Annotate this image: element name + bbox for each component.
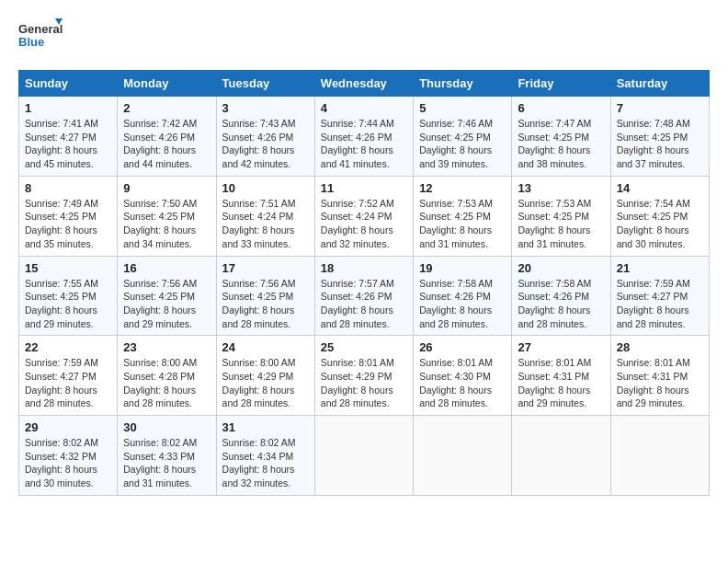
weekday-header-thursday: Thursday [414, 71, 512, 97]
day-info: Sunrise: 7:42 AMSunset: 4:26 PMDaylight:… [123, 117, 210, 171]
day-info: Sunrise: 8:02 AMSunset: 4:33 PMDaylight:… [123, 436, 210, 490]
calendar-week-4: 22 Sunrise: 7:59 AMSunset: 4:27 PMDaylig… [19, 336, 710, 416]
calendar-week-2: 8 Sunrise: 7:49 AMSunset: 4:25 PMDayligh… [19, 176, 710, 256]
calendar-cell: 3 Sunrise: 7:43 AMSunset: 4:26 PMDayligh… [216, 97, 314, 177]
day-info: Sunrise: 8:00 AMSunset: 4:29 PMDaylight:… [222, 356, 309, 410]
day-info: Sunrise: 8:01 AMSunset: 4:30 PMDaylight:… [419, 356, 506, 410]
day-number: 21 [617, 261, 703, 275]
calendar-cell: 11 Sunrise: 7:52 AMSunset: 4:24 PMDaylig… [314, 176, 413, 256]
day-number: 16 [123, 261, 210, 275]
day-info: Sunrise: 7:44 AMSunset: 4:26 PMDaylight:… [321, 117, 407, 171]
day-info: Sunrise: 7:43 AMSunset: 4:26 PMDaylight:… [222, 117, 309, 171]
day-number: 5 [419, 101, 506, 115]
calendar-cell: 14 Sunrise: 7:54 AMSunset: 4:25 PMDaylig… [610, 176, 709, 256]
calendar-cell [512, 416, 610, 496]
calendar-header: SundayMondayTuesdayWednesdayThursdayFrid… [19, 71, 710, 97]
day-number: 10 [222, 181, 309, 195]
weekday-header-friday: Friday [512, 71, 610, 97]
svg-text:General: General [18, 22, 63, 36]
day-number: 24 [222, 340, 309, 354]
day-info: Sunrise: 7:50 AMSunset: 4:25 PMDaylight:… [123, 197, 210, 251]
day-number: 19 [419, 261, 506, 275]
day-info: Sunrise: 7:48 AMSunset: 4:25 PMDaylight:… [617, 117, 703, 171]
calendar-cell: 7 Sunrise: 7:48 AMSunset: 4:25 PMDayligh… [610, 97, 709, 177]
day-info: Sunrise: 7:49 AMSunset: 4:25 PMDaylight:… [25, 197, 111, 251]
day-info: Sunrise: 7:47 AMSunset: 4:25 PMDaylight:… [518, 117, 604, 171]
day-info: Sunrise: 7:57 AMSunset: 4:26 PMDaylight:… [321, 277, 407, 331]
calendar-cell: 25 Sunrise: 8:01 AMSunset: 4:29 PMDaylig… [314, 336, 413, 416]
calendar-cell: 8 Sunrise: 7:49 AMSunset: 4:25 PMDayligh… [19, 176, 118, 256]
day-number: 30 [123, 420, 210, 434]
calendar-week-5: 29 Sunrise: 8:02 AMSunset: 4:32 PMDaylig… [19, 416, 710, 496]
day-number: 1 [25, 101, 111, 115]
calendar-cell: 2 Sunrise: 7:42 AMSunset: 4:26 PMDayligh… [118, 97, 216, 177]
day-number: 7 [617, 101, 703, 115]
day-number: 4 [321, 101, 407, 115]
day-info: Sunrise: 7:59 AMSunset: 4:27 PMDaylight:… [25, 356, 111, 410]
day-info: Sunrise: 7:59 AMSunset: 4:27 PMDaylight:… [617, 277, 703, 331]
day-number: 2 [123, 101, 210, 115]
logo: General Blue [18, 18, 64, 55]
day-info: Sunrise: 7:55 AMSunset: 4:25 PMDaylight:… [25, 277, 111, 331]
weekday-header-sunday: Sunday [19, 71, 118, 97]
day-info: Sunrise: 7:41 AMSunset: 4:27 PMDaylight:… [25, 117, 111, 171]
day-info: Sunrise: 7:56 AMSunset: 4:25 PMDaylight:… [123, 277, 210, 331]
day-info: Sunrise: 8:01 AMSunset: 4:31 PMDaylight:… [617, 356, 703, 410]
calendar-cell [610, 416, 709, 496]
calendar-cell: 6 Sunrise: 7:47 AMSunset: 4:25 PMDayligh… [512, 97, 610, 177]
day-number: 29 [25, 420, 111, 434]
calendar-cell: 29 Sunrise: 8:02 AMSunset: 4:32 PMDaylig… [19, 416, 118, 496]
day-number: 14 [617, 181, 703, 195]
calendar-cell: 15 Sunrise: 7:55 AMSunset: 4:25 PMDaylig… [19, 256, 118, 336]
day-number: 9 [123, 181, 210, 195]
calendar-cell: 28 Sunrise: 8:01 AMSunset: 4:31 PMDaylig… [610, 336, 709, 416]
day-number: 8 [25, 181, 111, 195]
calendar-cell [414, 416, 512, 496]
page-header: General Blue [18, 18, 710, 55]
day-number: 12 [419, 181, 506, 195]
calendar-week-3: 15 Sunrise: 7:55 AMSunset: 4:25 PMDaylig… [19, 256, 710, 336]
day-info: Sunrise: 7:52 AMSunset: 4:24 PMDaylight:… [321, 197, 407, 251]
day-info: Sunrise: 7:58 AMSunset: 4:26 PMDaylight:… [419, 277, 506, 331]
calendar-cell: 13 Sunrise: 7:53 AMSunset: 4:25 PMDaylig… [512, 176, 610, 256]
day-info: Sunrise: 7:58 AMSunset: 4:26 PMDaylight:… [518, 277, 604, 331]
day-info: Sunrise: 8:00 AMSunset: 4:28 PMDaylight:… [123, 356, 210, 410]
calendar-cell: 23 Sunrise: 8:00 AMSunset: 4:28 PMDaylig… [118, 336, 216, 416]
calendar-cell: 27 Sunrise: 8:01 AMSunset: 4:31 PMDaylig… [512, 336, 610, 416]
calendar-cell: 30 Sunrise: 8:02 AMSunset: 4:33 PMDaylig… [118, 416, 216, 496]
calendar-week-1: 1 Sunrise: 7:41 AMSunset: 4:27 PMDayligh… [19, 97, 710, 177]
day-info: Sunrise: 7:56 AMSunset: 4:25 PMDaylight:… [222, 277, 309, 331]
weekday-header-tuesday: Tuesday [216, 71, 314, 97]
svg-text:Blue: Blue [18, 35, 44, 49]
calendar-cell: 26 Sunrise: 8:01 AMSunset: 4:30 PMDaylig… [414, 336, 512, 416]
day-number: 22 [25, 340, 111, 354]
calendar-cell: 1 Sunrise: 7:41 AMSunset: 4:27 PMDayligh… [19, 97, 118, 177]
day-number: 18 [321, 261, 407, 275]
day-number: 23 [123, 340, 210, 354]
calendar-cell: 19 Sunrise: 7:58 AMSunset: 4:26 PMDaylig… [414, 256, 512, 336]
day-number: 28 [617, 340, 703, 354]
day-number: 11 [321, 181, 407, 195]
day-info: Sunrise: 7:46 AMSunset: 4:25 PMDaylight:… [419, 117, 506, 171]
day-info: Sunrise: 8:01 AMSunset: 4:31 PMDaylight:… [518, 356, 604, 410]
calendar-cell [314, 416, 413, 496]
day-number: 26 [419, 340, 506, 354]
day-number: 17 [222, 261, 309, 275]
calendar-cell: 12 Sunrise: 7:53 AMSunset: 4:25 PMDaylig… [414, 176, 512, 256]
calendar-cell: 16 Sunrise: 7:56 AMSunset: 4:25 PMDaylig… [118, 256, 216, 336]
day-number: 13 [518, 181, 604, 195]
logo-svg: General Blue [18, 18, 64, 55]
calendar-cell: 21 Sunrise: 7:59 AMSunset: 4:27 PMDaylig… [610, 256, 709, 336]
calendar-cell: 24 Sunrise: 8:00 AMSunset: 4:29 PMDaylig… [216, 336, 314, 416]
day-number: 15 [25, 261, 111, 275]
day-info: Sunrise: 8:02 AMSunset: 4:34 PMDaylight:… [222, 436, 309, 490]
calendar-cell: 9 Sunrise: 7:50 AMSunset: 4:25 PMDayligh… [118, 176, 216, 256]
weekday-header-saturday: Saturday [610, 71, 709, 97]
day-info: Sunrise: 8:01 AMSunset: 4:29 PMDaylight:… [321, 356, 407, 410]
calendar-cell: 20 Sunrise: 7:58 AMSunset: 4:26 PMDaylig… [512, 256, 610, 336]
day-number: 25 [321, 340, 407, 354]
day-info: Sunrise: 7:51 AMSunset: 4:24 PMDaylight:… [222, 197, 309, 251]
day-number: 3 [222, 101, 309, 115]
calendar-cell: 5 Sunrise: 7:46 AMSunset: 4:25 PMDayligh… [414, 97, 512, 177]
weekday-header-monday: Monday [118, 71, 216, 97]
